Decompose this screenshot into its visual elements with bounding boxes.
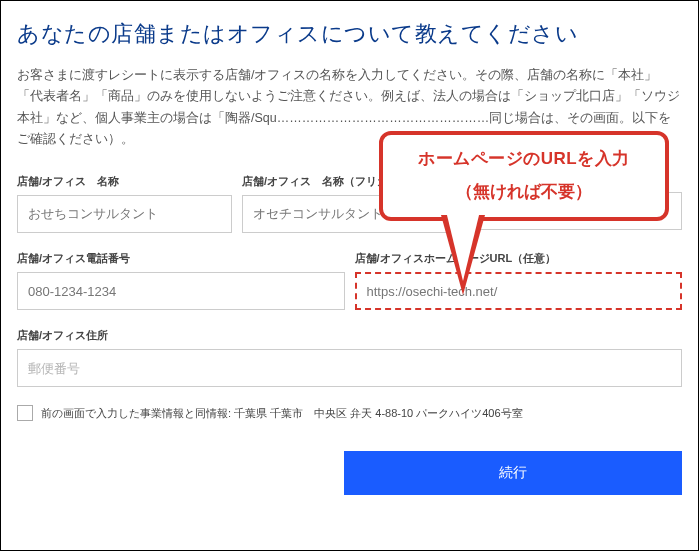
label-phone: 店舗/オフィス電話番号	[17, 251, 345, 266]
page-title: あなたの店舗またはオフィスについて教えてください	[17, 19, 682, 49]
same-as-business-checkbox[interactable]	[17, 405, 33, 421]
continue-button[interactable]: 続行	[344, 451, 682, 495]
annotation-callout: ホームページのURLを入力 （無ければ不要）	[379, 131, 669, 221]
store-name-input[interactable]	[17, 195, 232, 233]
label-url: 店舗/オフィスホームページURL（任意）	[355, 251, 683, 266]
same-as-business-label: 前の画面で入力した事業情報と同情報: 千葉県 千葉市 中央区 弁天 4-88-1…	[41, 406, 523, 421]
annotation-line-2: （無ければ不要）	[397, 180, 651, 203]
label-store-name: 店舗/オフィス 名称	[17, 174, 232, 189]
address-input[interactable]	[17, 349, 682, 387]
phone-input[interactable]	[17, 272, 345, 310]
annotation-line-1: ホームページのURLを入力	[397, 147, 651, 170]
url-input[interactable]	[355, 272, 683, 310]
label-address: 店舗/オフィス住所	[17, 328, 682, 343]
